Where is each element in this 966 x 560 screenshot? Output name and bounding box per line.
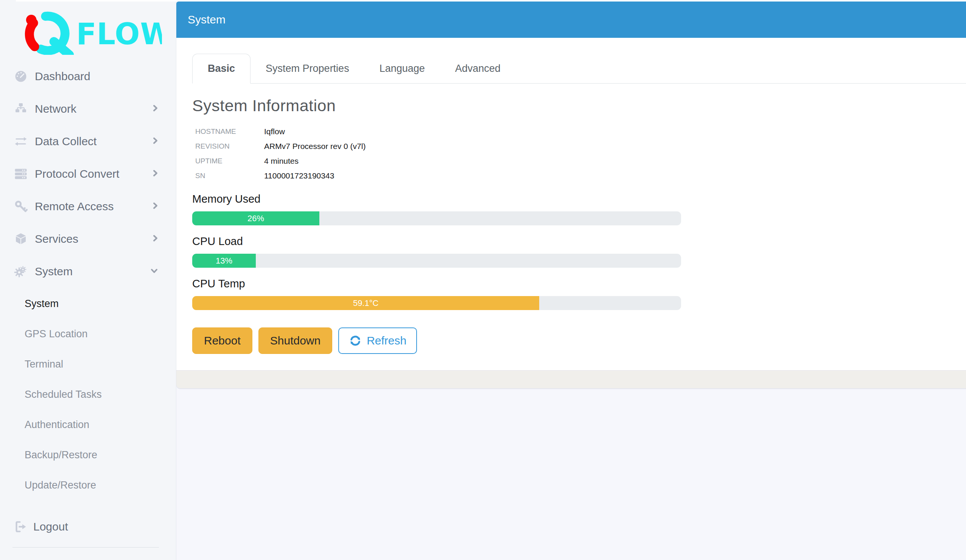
gears-icon — [13, 265, 29, 278]
card-header: System — [176, 2, 966, 38]
refresh-label: Refresh — [366, 334, 406, 347]
sign-out-icon — [13, 520, 29, 534]
tab-advanced[interactable]: Advanced — [440, 54, 516, 83]
sidebar-subitem-label: System — [25, 298, 59, 309]
chevron-right-icon — [153, 202, 158, 211]
sidebar-subitem-label: Authentication — [25, 419, 89, 431]
chevron-down-icon — [151, 268, 158, 275]
tab-system-properties[interactable]: System Properties — [250, 54, 365, 83]
card-footer — [176, 370, 966, 388]
top-strip — [16, 0, 966, 2]
sidebar: FLOW Dashboard — [0, 0, 176, 560]
tab-label: Advanced — [455, 63, 501, 74]
sidebar-item-label: Dashboard — [35, 70, 90, 83]
cpu-load-label: CPU Load — [192, 235, 966, 248]
page-title: System — [188, 13, 225, 26]
logout-button[interactable]: Logout — [0, 516, 176, 538]
info-label: UPTIME — [195, 154, 264, 168]
iqflow-logo-graphic: FLOW — [11, 5, 162, 55]
cpu-temp-progressbar: 59.1°C — [192, 296, 681, 310]
system-info-table: HOSTNAME Iqflow REVISION ARMv7 Processor… — [195, 124, 966, 183]
logout-label: Logout — [33, 520, 68, 533]
info-value: 4 minutes — [264, 154, 299, 168]
refresh-icon — [349, 334, 362, 347]
tab-bar: Basic System Properties Language Advance… — [192, 54, 966, 84]
sidebar-item-label: Services — [35, 233, 78, 246]
info-label: SN — [195, 168, 264, 183]
shutdown-button[interactable]: Shutdown — [258, 327, 332, 354]
sidebar-subitem-scheduled-tasks[interactable]: Scheduled Tasks — [0, 379, 176, 409]
memory-used-progress-fill: 26% — [192, 211, 319, 225]
chevron-right-icon — [153, 137, 158, 146]
tab-basic[interactable]: Basic — [192, 54, 250, 84]
sidebar-item-dashboard[interactable]: Dashboard — [0, 60, 176, 93]
sitemap-icon — [13, 102, 29, 116]
info-value: 1100001723190343 — [264, 168, 334, 183]
cpu-temp-progress-fill: 59.1°C — [192, 296, 539, 310]
chevron-right-icon — [153, 105, 158, 113]
sidebar-item-system[interactable]: System — [0, 255, 176, 288]
sidebar-item-label: Protocol Convert — [35, 167, 119, 180]
cpu-temp-progress-value: 59.1°C — [353, 298, 379, 308]
tab-language[interactable]: Language — [365, 54, 440, 83]
sidebar-subitem-authentication[interactable]: Authentication — [0, 409, 176, 440]
sidebar-item-network[interactable]: Network — [0, 93, 176, 125]
tab-label: Language — [380, 63, 425, 74]
main-area: System Basic System Properties Language … — [176, 0, 966, 560]
memory-used-progress-value: 26% — [248, 214, 264, 223]
sidebar-subitem-gps-location[interactable]: GPS Location — [0, 319, 176, 349]
sidebar-item-protocol-convert[interactable]: Protocol Convert — [0, 158, 176, 190]
sidebar-subitem-terminal[interactable]: Terminal — [0, 349, 176, 379]
reboot-button[interactable]: Reboot — [192, 327, 252, 354]
sidebar-subitem-system[interactable]: System — [0, 288, 176, 319]
sidebar-item-label: Remote Access — [35, 200, 113, 213]
sidebar-subitem-label: Terminal — [25, 359, 63, 370]
cpu-load-progress-value: 13% — [216, 256, 232, 266]
sidebar-item-remote-access[interactable]: Remote Access — [0, 190, 176, 223]
info-value: Iqflow — [264, 124, 285, 139]
gauge-icon — [13, 70, 29, 83]
system-submenu: System GPS Location Terminal Scheduled T… — [0, 288, 176, 500]
sidebar-item-services[interactable]: Services — [0, 223, 176, 255]
sidebar-nav: Dashboard Network — [0, 60, 176, 288]
sidebar-divider — [13, 547, 159, 547]
tab-label: Basic — [208, 63, 235, 74]
sidebar-item-label: System — [35, 265, 73, 278]
memory-used-label: Memory Used — [192, 193, 966, 205]
sidebar-item-data-collect[interactable]: Data Collect — [0, 125, 176, 158]
info-label: REVISION — [195, 139, 264, 154]
sidebar-item-label: Network — [35, 103, 76, 115]
logo[interactable]: FLOW — [0, 0, 176, 55]
info-row-hostname: HOSTNAME Iqflow — [195, 124, 966, 139]
key-icon — [13, 200, 29, 213]
sidebar-subitem-label: Update/Restore — [25, 480, 96, 491]
arrows-exchange-icon — [13, 134, 29, 148]
info-row-revision: REVISION ARMv7 Processor rev 0 (v7l) — [195, 139, 966, 154]
tab-label: System Properties — [266, 63, 349, 74]
chevron-right-icon — [153, 170, 158, 178]
action-buttons: Reboot Shutdown Refresh — [192, 327, 966, 354]
memory-used-progressbar: 26% — [192, 211, 681, 225]
system-card: System Basic System Properties Language … — [176, 2, 966, 388]
sidebar-subitem-label: Scheduled Tasks — [25, 389, 102, 400]
cpu-load-progressbar: 13% — [192, 254, 681, 268]
sidebar-subitem-update-restore[interactable]: Update/Restore — [0, 470, 176, 500]
cpu-load-progress-fill: 13% — [192, 254, 256, 268]
sidebar-subitem-label: GPS Location — [25, 328, 88, 340]
sidebar-item-label: Data Collect — [35, 135, 97, 148]
info-row-uptime: UPTIME 4 minutes — [195, 154, 966, 168]
logo-text: FLOW — [76, 17, 162, 51]
info-label: HOSTNAME — [195, 124, 264, 139]
cpu-temp-label: CPU Temp — [192, 278, 966, 290]
info-row-sn: SN 1100001723190343 — [195, 168, 966, 183]
refresh-button[interactable]: Refresh — [338, 327, 417, 354]
sidebar-subitem-label: Backup/Restore — [25, 449, 97, 461]
info-value: ARMv7 Processor rev 0 (v7l) — [264, 139, 366, 154]
section-title: System Information — [192, 97, 966, 115]
server-icon — [13, 167, 29, 181]
chevron-right-icon — [153, 235, 158, 244]
sidebar-subitem-backup-restore[interactable]: Backup/Restore — [0, 440, 176, 470]
cube-icon — [13, 232, 29, 246]
